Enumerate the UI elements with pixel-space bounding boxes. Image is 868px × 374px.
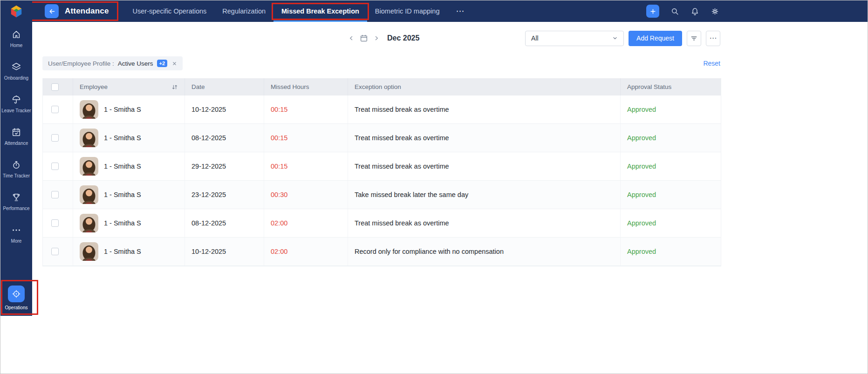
onboarding-icon: [11, 62, 21, 72]
operations-icon: [8, 286, 25, 302]
row-exception-option: Take missed break later the same day: [348, 181, 621, 209]
sidebar-item-performance[interactable]: Performance: [0, 192, 32, 211]
tab-user-specific-operations[interactable]: User-specific Operations: [125, 0, 215, 22]
sidebar-item-attendance[interactable]: Attendance: [0, 127, 32, 146]
row-employee-cell: 1 - Smitha S: [73, 124, 185, 152]
employee-avatar: [80, 157, 98, 176]
sidebar-item-label: Onboarding: [4, 75, 28, 81]
more-icon: [11, 225, 21, 235]
sidebar-bottom: Operations: [0, 286, 32, 316]
row-exception-option: Treat missed break as overtime: [348, 209, 621, 237]
sidebar: Home Onboarding Leave Tracker Attendance…: [0, 0, 32, 316]
employee-avatar: [80, 100, 98, 119]
sort-icon[interactable]: [171, 84, 178, 90]
header-approval-status[interactable]: Approval Status: [621, 78, 722, 95]
topbar-actions: [646, 5, 719, 18]
sidebar-item-more[interactable]: More: [0, 225, 32, 244]
row-exception-option: Treat missed break as overtime: [348, 95, 621, 123]
sidebar-nav: Home Onboarding Leave Tracker Attendance…: [0, 29, 32, 244]
row-missed-hours: 00:15: [264, 95, 348, 123]
row-missed-hours: 00:15: [264, 152, 348, 180]
topbar-tabs: User-specific Operations Regularization …: [125, 0, 448, 22]
topbar: Attendance User-specific Operations Regu…: [32, 0, 868, 22]
row-checkbox[interactable]: [51, 163, 59, 170]
title-wrap: Attendance: [32, 0, 109, 22]
dropdown-value: All: [531, 34, 539, 42]
performance-icon: [11, 192, 21, 203]
table-row[interactable]: 1 - Smitha S 08-12-2025 00:15 Treat miss…: [43, 124, 721, 152]
back-button[interactable]: [45, 4, 59, 18]
chip-value: Active Users: [118, 60, 153, 67]
reset-link[interactable]: Reset: [703, 60, 720, 67]
table-row[interactable]: 1 - Smitha S 08-12-2025 02:00 Treat miss…: [43, 209, 721, 238]
search-icon: [670, 7, 679, 16]
sidebar-item-time-tracker[interactable]: Time Tracker: [0, 160, 32, 178]
calendar-button[interactable]: [359, 33, 369, 43]
row-employee-cell: 1 - Smitha S: [73, 238, 185, 265]
table-row[interactable]: 1 - Smitha S 10-12-2025 02:00 Record onl…: [43, 238, 721, 266]
app-window: Home Onboarding Leave Tracker Attendance…: [0, 0, 868, 374]
tabs-overflow-button[interactable]: ⋯: [454, 5, 466, 17]
chip-close-icon[interactable]: [172, 61, 177, 66]
header-missed-hours[interactable]: Missed Hours: [264, 78, 348, 95]
select-all-checkbox[interactable]: [51, 83, 59, 91]
sidebar-item-label: Leave Tracker: [1, 108, 31, 113]
sidebar-item-label: Performance: [3, 206, 29, 211]
row-employee-cell: 1 - Smitha S: [73, 181, 185, 209]
search-button[interactable]: [670, 7, 679, 16]
row-missed-hours: 00:30: [264, 181, 348, 209]
table-row[interactable]: 1 - Smitha S 23-12-2025 00:30 Take misse…: [43, 181, 721, 209]
sidebar-item-home[interactable]: Home: [0, 29, 32, 48]
tab-regularization[interactable]: Regularization: [214, 0, 273, 22]
more-options-button[interactable]: ⋯: [706, 31, 720, 46]
row-checkbox[interactable]: [51, 219, 59, 227]
add-request-button[interactable]: Add Request: [629, 31, 682, 46]
next-period-button[interactable]: [372, 34, 381, 42]
row-date: 08-12-2025: [185, 209, 264, 237]
chevron-down-icon: [612, 35, 618, 41]
header-employee[interactable]: Employee: [73, 78, 185, 95]
row-checkbox-cell: [43, 238, 73, 265]
row-checkbox-cell: [43, 209, 73, 237]
row-employee-cell: 1 - Smitha S: [73, 209, 185, 237]
row-checkbox[interactable]: [51, 191, 59, 198]
header-date[interactable]: Date: [185, 78, 264, 95]
toolbar-actions: All Add Request ⋯: [525, 30, 720, 46]
page-title: Attendance: [65, 7, 109, 16]
sidebar-item-leave-tracker[interactable]: Leave Tracker: [0, 95, 32, 113]
row-checkbox-cell: [43, 124, 73, 152]
tab-biometric-id-mapping[interactable]: Biometric ID mapping: [367, 0, 448, 22]
sidebar-item-label: Attendance: [5, 141, 28, 146]
table-body: 1 - Smitha S 10-12-2025 00:15 Treat miss…: [43, 95, 721, 266]
table-row[interactable]: 1 - Smitha S 10-12-2025 00:15 Treat miss…: [43, 95, 721, 124]
row-missed-hours: 02:00: [264, 238, 348, 265]
row-checkbox[interactable]: [51, 134, 59, 142]
main-content: Dec 2025 All Add Request ⋯ User/Employee…: [32, 22, 868, 374]
bell-icon: [690, 7, 699, 16]
employee-name: 1 - Smitha S: [104, 163, 141, 170]
sidebar-item-operations[interactable]: Operations: [0, 286, 32, 310]
quick-add-button[interactable]: [646, 5, 659, 18]
period-label: Dec 2025: [387, 30, 419, 46]
header-checkbox-cell: [43, 78, 73, 95]
row-checkbox[interactable]: [51, 248, 59, 255]
filter-icon: [690, 34, 698, 42]
row-exception-option: Treat missed break as overtime: [348, 152, 621, 180]
settings-button[interactable]: [711, 7, 719, 16]
row-checkbox[interactable]: [51, 106, 59, 113]
table-row[interactable]: 1 - Smitha S 29-12-2025 00:15 Treat miss…: [43, 152, 721, 181]
header-employee-label: Employee: [80, 83, 108, 90]
employee-avatar: [80, 185, 98, 204]
filter-button[interactable]: [687, 31, 701, 46]
header-exception-option[interactable]: Exception option: [348, 78, 621, 95]
sidebar-item-onboarding[interactable]: Onboarding: [0, 62, 32, 81]
tab-missed-break-exception[interactable]: Missed Break Exception: [273, 0, 367, 22]
sidebar-item-label: More: [11, 238, 22, 244]
chip-label: User/Employee Profile :: [48, 60, 114, 67]
filter-chip[interactable]: User/Employee Profile : Active Users +2: [42, 56, 183, 70]
zoho-people-logo[interactable]: [9, 4, 23, 18]
view-filter-dropdown[interactable]: All: [525, 31, 624, 46]
prev-period-button[interactable]: [347, 34, 355, 42]
row-date: 10-12-2025: [185, 95, 264, 123]
notifications-button[interactable]: [690, 7, 699, 16]
